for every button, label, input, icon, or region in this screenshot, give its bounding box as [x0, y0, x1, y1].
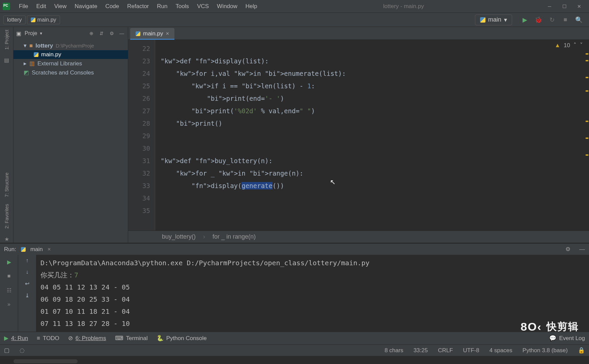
menu-tools[interactable]: Tools	[171, 2, 193, 11]
status-bar: ▢ ◌ 8 chars 33:25 CRLF UTF-8 4 spaces Py…	[0, 344, 589, 356]
menu-file[interactable]: File	[15, 2, 32, 11]
hide-run-icon[interactable]: —	[579, 246, 585, 253]
editor-body[interactable]: 22 23 24 25 26 27 28 29 30 31 32 33 34 3…	[128, 40, 589, 231]
maximize-icon[interactable]: ☐	[561, 3, 568, 10]
tree-root[interactable]: ▾ ■ lottery D:\PycharmProje	[13, 41, 128, 50]
breadcrumb-root[interactable]: lottery	[3, 16, 26, 24]
up-icon[interactable]: ↑	[26, 257, 29, 264]
expand-all-icon[interactable]: ⇵	[98, 30, 105, 37]
menu-navigate[interactable]: Navigate	[71, 2, 101, 11]
python-icon	[21, 247, 26, 252]
project-tree[interactable]: ▾ ■ lottery D:\PycharmProje main.py ▸ ▥ …	[13, 40, 128, 79]
mouse-cursor-icon: ↖	[330, 178, 336, 186]
search-everywhere-button[interactable]: 🔍	[574, 15, 584, 25]
debug-button[interactable]: 🐞	[534, 15, 543, 25]
chevron-down-icon: ▾	[24, 42, 27, 49]
minimize-icon[interactable]: ─	[546, 3, 553, 10]
close-run-tab-icon[interactable]: ×	[48, 246, 51, 253]
tree-file-main[interactable]: main.py	[13, 50, 128, 59]
sidebar-favorites[interactable]: 2: Favorites	[4, 204, 9, 229]
chevron-down-icon[interactable]: ˅	[580, 42, 583, 49]
project-view-icon: ▣	[16, 30, 21, 37]
status-position[interactable]: 33:25	[414, 347, 428, 354]
gear-icon[interactable]: ⚙	[108, 30, 115, 37]
close-tab-icon[interactable]: ×	[166, 30, 169, 37]
folder-icon[interactable]: ▤	[3, 56, 10, 64]
crumb-loop[interactable]: for _ in range(n)	[213, 233, 256, 240]
select-opened-file-icon[interactable]: ⊕	[88, 30, 95, 37]
run-button[interactable]: ▶	[520, 15, 530, 25]
editor: main.py × 22 23 24 25 26 27 28 29 30 31 …	[128, 27, 589, 243]
error-stripe[interactable]	[584, 40, 589, 231]
status-interpreter[interactable]: Python 3.8 (base)	[523, 347, 568, 354]
chevron-down-icon: ▾	[504, 16, 507, 24]
bottom-run[interactable]: ▶4: Run	[4, 335, 28, 342]
tree-file-label: main.py	[41, 51, 61, 58]
status-line-ending[interactable]: CRLF	[438, 347, 453, 354]
navigation-bar: lottery main.py main ▾ ▶ 🐞 ↻ ■ 🔍	[0, 13, 589, 27]
editor-tabs: main.py ×	[128, 27, 589, 40]
chevron-right-icon: ▸	[24, 60, 27, 67]
editor-tab-main[interactable]: main.py ×	[130, 28, 174, 39]
terminal-icon: ⌨	[115, 335, 123, 342]
menu-window[interactable]: Window	[213, 2, 241, 11]
tool-windows-icon[interactable]: ▢	[4, 347, 9, 354]
status-encoding[interactable]: UTF-8	[463, 347, 479, 354]
menu-view[interactable]: View	[50, 2, 71, 11]
more-icon[interactable]: »	[5, 300, 13, 309]
inspections-count: 10	[564, 42, 570, 49]
stop-run-button[interactable]: ■	[5, 272, 13, 280]
python-file-icon	[31, 18, 35, 22]
menu-vcs[interactable]: VCS	[193, 2, 213, 11]
project-title[interactable]: Proje▼	[25, 30, 43, 36]
menu-code[interactable]: Code	[101, 2, 123, 11]
folder-icon: ■	[29, 42, 33, 49]
event-log-icon: 💬	[549, 335, 556, 342]
tree-scratches[interactable]: ◩ Scratches and Consoles	[13, 68, 128, 77]
close-icon[interactable]: ✕	[576, 3, 583, 10]
inspections-widget[interactable]: ▲ 10 ˄ ˅	[555, 42, 583, 49]
bottom-todo[interactable]: ≡TODO	[37, 335, 59, 342]
play-icon: ▶	[4, 335, 8, 342]
lock-icon[interactable]: 🔒	[578, 347, 585, 354]
status-indent[interactable]: 4 spaces	[489, 347, 512, 354]
horizontal-scrollbar[interactable]	[13, 359, 78, 363]
bottom-terminal[interactable]: ⌨Terminal	[115, 335, 148, 342]
bookmark-icon[interactable]: ★	[3, 235, 10, 243]
watermark-text: 快剪辑	[546, 320, 579, 334]
hide-icon[interactable]: —	[118, 30, 125, 37]
run-config-selector[interactable]: main ▾	[475, 14, 512, 25]
watermark: 8O‹ 快剪辑	[521, 320, 579, 334]
soft-wrap-icon[interactable]: ↩	[25, 280, 29, 287]
window-controls: ─ ☐ ✕	[546, 3, 586, 10]
chevron-up-icon[interactable]: ˄	[573, 42, 577, 49]
stop-button[interactable]: ■	[561, 15, 570, 25]
breadcrumb-file[interactable]: main.py	[27, 16, 60, 24]
bottom-problems[interactable]: ⊘6: Problems	[68, 335, 106, 342]
run-label: Run:	[4, 246, 16, 253]
sidebar-project[interactable]: 1: Project	[4, 30, 9, 50]
progress-icon: ◌	[20, 347, 25, 354]
event-log[interactable]: 💬Event Log	[549, 335, 585, 342]
run-coverage-button[interactable]: ↻	[547, 15, 557, 25]
down-icon[interactable]: ↓	[26, 269, 29, 275]
bottom-python-console[interactable]: 🐍Python Console	[157, 335, 207, 342]
run-header: Run: main × ⚙ —	[0, 244, 589, 255]
layout-icon[interactable]: ☷	[5, 286, 13, 295]
tree-external-libraries[interactable]: ▸ ▥ External Libraries	[13, 59, 128, 68]
scroll-to-end-icon[interactable]: ⤓	[25, 292, 29, 299]
sidebar-structure[interactable]: 7: Structure	[4, 173, 9, 197]
menu-help[interactable]: Help	[242, 2, 261, 11]
gear-icon[interactable]: ⚙	[565, 246, 570, 253]
rerun-button[interactable]: ▶	[5, 257, 13, 266]
menu-refactor[interactable]: Refactor	[123, 2, 153, 11]
menu-run[interactable]: Run	[153, 2, 171, 11]
project-header: ▣ Proje▼ ⊕ ⇵ ⚙ —	[13, 27, 128, 40]
editor-breadcrumbs: buy_lottery() › for _ in range(n) ↖	[128, 231, 589, 243]
menu-edit[interactable]: Edit	[32, 2, 50, 11]
code-area[interactable]: "kw">def "fn">display(list): "kw">for i,…	[155, 40, 589, 231]
tree-root-path: D:\PycharmProje	[56, 43, 94, 49]
run-console[interactable]: D:\ProgramData\Anaconda3\python.exe D:/P…	[36, 255, 589, 332]
crumb-function[interactable]: buy_lottery()	[162, 233, 196, 240]
run-config-name[interactable]: main	[30, 246, 43, 253]
